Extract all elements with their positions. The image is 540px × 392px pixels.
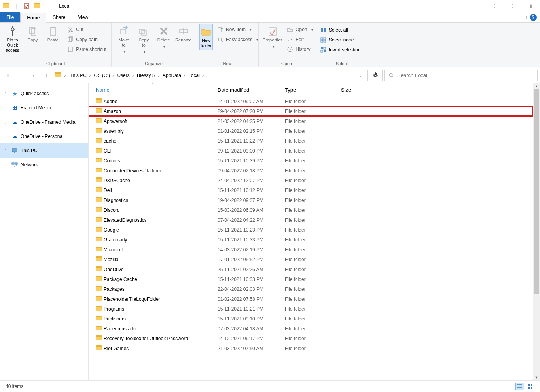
svg-rect-26 <box>321 47 323 49</box>
copy-button[interactable]: Copy <box>23 24 42 44</box>
tree-quick-access[interactable]: ★ Quick access <box>0 87 88 101</box>
edit-button[interactable]: Edit <box>285 35 315 44</box>
copy-path-button[interactable]: Copy path <box>65 35 108 44</box>
search-box[interactable] <box>384 70 538 81</box>
folder-icon <box>96 237 104 243</box>
table-row[interactable]: Grammarly15-11-2021 10:33 PMFile folder <box>89 235 533 245</box>
column-name[interactable]: Name <box>96 87 218 93</box>
scroll-down-icon[interactable]: ▼ <box>533 375 540 380</box>
row-type: File folder <box>285 267 341 272</box>
tree-onedrive-framed[interactable]: ☁ OneDrive - Framed Media <box>0 115 88 129</box>
address-bar[interactable]: This PCOS (C:)UsersBlessy SAppDataLocal … <box>53 70 368 81</box>
scroll-up-icon[interactable]: ▲ <box>533 83 540 89</box>
cut-button[interactable]: Cut <box>65 25 108 34</box>
minimize-button[interactable]:  <box>485 0 504 12</box>
table-row[interactable]: ConnectedDevicesPlatform09-04-2022 02:18… <box>89 166 533 175</box>
table-row[interactable]: Apowersoft21-03-2022 04:25 PMFile folder <box>89 116 533 126</box>
new-item-button[interactable]: New item <box>215 25 260 34</box>
table-row[interactable]: D3DSCache24-04-2022 12:07 PMFile folder <box>89 175 533 185</box>
invert-selection-button[interactable]: Invert selection <box>318 45 362 54</box>
row-type: File folder <box>285 188 341 193</box>
delete-button[interactable]: Delete <box>155 24 173 51</box>
breadcrumb-segment[interactable]: OS (C:) <box>93 72 116 78</box>
breadcrumb-segment[interactable]: This PC <box>69 72 92 78</box>
properties-qat-icon[interactable] <box>22 2 31 10</box>
table-row[interactable]: Mozilla17-01-2022 05:52 PMFile folder <box>89 254 533 264</box>
select-none-button[interactable]: Select none <box>318 36 362 44</box>
group-open: Properties Open Edit History <box>259 23 315 67</box>
svg-rect-12 <box>142 31 146 35</box>
table-row[interactable]: Microsoft14-03-2022 02:19 PMFile folder <box>89 245 533 254</box>
scrollbar-thumb[interactable] <box>534 89 539 294</box>
tree-this-pc[interactable]:  This PC <box>0 143 88 158</box>
tab-view[interactable]: View <box>72 12 95 22</box>
column-size[interactable]: Size <box>341 87 351 93</box>
qat-dropdown[interactable]: ▾ <box>43 2 51 10</box>
select-all-button[interactable]: Select all <box>318 26 362 34</box>
breadcrumb-segment[interactable]: Users <box>116 72 135 78</box>
easy-access-button[interactable]: Easy access <box>215 35 260 44</box>
table-row[interactable]: Amazon29-04-2022 07:20 PMFile folder <box>89 106 533 116</box>
history-button[interactable]: History <box>285 45 315 54</box>
table-row[interactable]: OneDrive25-11-2021 02:26 AMFile folder <box>89 264 533 274</box>
pin-quick-access-button[interactable]: Pin to Quick access <box>3 24 22 55</box>
recent-locations-button[interactable]: ▾ <box>28 70 39 81</box>
table-row[interactable]: Dell15-11-2021 10:12 PMFile folder <box>89 185 533 195</box>
help-icon[interactable]: ? <box>530 14 537 21</box>
table-row[interactable]: Comms15-11-2021 10:39 PMFile folder <box>89 156 533 166</box>
table-row[interactable]: ElevatedDiagnostics07-04-2022 04:22 PMFi… <box>89 215 533 225</box>
table-row[interactable]: Adobe14-01-2022 09:07 AMFile folder <box>89 96 533 106</box>
address-dropdown-button[interactable]: ⌄ <box>355 70 366 81</box>
tree-onedrive-personal[interactable]: ☁ OneDrive - Personal <box>0 129 88 143</box>
move-to-button[interactable]: Move to <box>115 24 133 56</box>
table-row[interactable]: cache15-11-2021 10:22 PMFile folder <box>89 136 533 146</box>
tree-network[interactable]:  Network <box>0 158 88 172</box>
new-folder-button[interactable]: New folder <box>199 24 213 50</box>
table-row[interactable]: Google15-11-2021 10:23 PMFile folder <box>89 225 533 235</box>
properties-button[interactable]: Properties <box>262 24 283 51</box>
table-row[interactable]: PlaceholderTileLogoFolder01-02-2022 07:5… <box>89 294 533 304</box>
table-row[interactable]: Packages22-04-2022 02:03 PMFile folder <box>89 284 533 294</box>
search-input[interactable] <box>397 72 533 78</box>
table-row[interactable]: Discord15-03-2022 06:09 AMFile folder <box>89 205 533 215</box>
tab-home[interactable]: Home <box>20 13 46 23</box>
paste-button[interactable]: Paste <box>44 24 62 44</box>
table-row[interactable]: Diagnostics19-04-2022 09:37 PMFile folde… <box>89 195 533 205</box>
breadcrumb-segment[interactable]: Blessy S <box>136 72 161 78</box>
table-row[interactable]: Publishers15-11-2021 09:10 PMFile folder <box>89 314 533 324</box>
table-row[interactable]: Package Cache15-11-2021 10:33 PMFile fol… <box>89 274 533 284</box>
row-name: Dell <box>104 188 218 193</box>
column-date[interactable]: Date modified <box>218 87 285 93</box>
breadcrumb-segment[interactable]: Local <box>188 72 205 78</box>
thumbnails-view-button[interactable] <box>526 383 534 390</box>
table-row[interactable]: Programs15-11-2021 10:21 PMFile folder <box>89 304 533 314</box>
table-row[interactable]: assembly01-01-2022 02:15 PMFile folder <box>89 126 533 136</box>
open-button[interactable]: Open <box>285 25 315 34</box>
table-row[interactable]: Recovery Toolbox for Outlook Password14-… <box>89 334 533 343</box>
svg-rect-10 <box>120 30 126 34</box>
row-name: assembly <box>104 128 218 134</box>
up-button[interactable]:  <box>40 70 51 81</box>
back-button[interactable]:  <box>2 70 13 81</box>
table-row[interactable]: CEF09-12-2021 03:00 PMFile folder <box>89 146 533 156</box>
folder-qat-icon[interactable] <box>32 2 41 10</box>
tab-share[interactable]: Share <box>46 12 72 22</box>
table-row[interactable]: RadeonInstaller07-03-2022 04:18 AMFile f… <box>89 324 533 334</box>
rename-button[interactable]: Rename <box>174 24 193 44</box>
tab-file[interactable]: File <box>0 12 20 22</box>
ribbon-minimize-icon[interactable]:  <box>525 15 527 20</box>
table-row[interactable]: Riot Games21-03-2022 07:50 AMFile folder <box>89 343 533 353</box>
tree-framed-media[interactable]:  Framed Media <box>0 101 88 115</box>
copy-to-button[interactable]: Copy to <box>135 24 153 56</box>
vertical-scrollbar[interactable]: ▲ ▼ <box>533 83 540 380</box>
chevron-down-icon <box>122 49 126 54</box>
details-view-button[interactable] <box>515 383 524 390</box>
maximize-button[interactable]:  <box>504 0 522 12</box>
cut-icon <box>67 26 74 33</box>
close-button[interactable]:  <box>522 0 540 12</box>
refresh-button[interactable] <box>369 70 383 81</box>
breadcrumb-segment[interactable]: AppData <box>162 72 187 78</box>
column-type[interactable]: Type <box>285 87 341 93</box>
paste-shortcut-button[interactable]: Paste shortcut <box>65 45 108 54</box>
forward-button[interactable]:  <box>15 70 26 81</box>
